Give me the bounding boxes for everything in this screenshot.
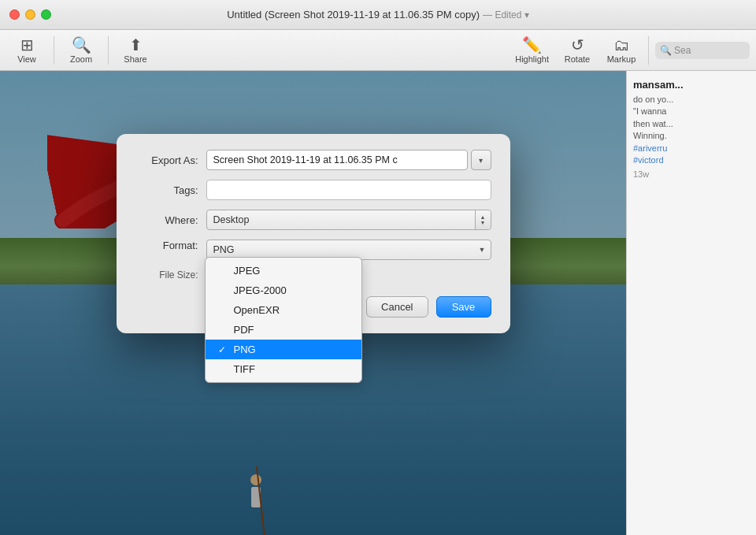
export-as-label: Export As: (135, 154, 198, 166)
tags-input[interactable] (206, 180, 491, 200)
toolbar-separator-2 (108, 36, 109, 65)
cancel-button[interactable]: Cancel (366, 296, 428, 318)
zoom-button[interactable]: 🔍 Zoom (61, 34, 102, 67)
traffic-lights (9, 9, 51, 20)
format-option-jpeg[interactable]: JPEG (206, 261, 361, 281)
share-label: Share (124, 54, 146, 64)
format-dropdown-container: PNG ▼ JPEG JPEG-2000 (206, 240, 491, 260)
format-option-pdf-label: PDF (234, 324, 254, 336)
window-title: Untitled (Screen Shot 2019-11-19 at 11.0… (227, 9, 480, 20)
where-value: Desktop (213, 214, 250, 225)
markup-icon: 🗂 (613, 37, 629, 53)
export-as-row: Export As: ▾ (135, 150, 491, 170)
where-select[interactable]: Desktop ▲ ▼ (206, 210, 491, 230)
view-button[interactable]: ⊞ View (6, 34, 47, 67)
markup-label: Markup (607, 54, 636, 64)
format-option-png-label: PNG (234, 344, 256, 355)
format-option-png[interactable]: ✓ PNG (206, 340, 361, 359)
dialog-overlay: Export As: ▾ Tags: Where: Desktop (0, 71, 626, 535)
format-current-value: PNG (213, 244, 235, 255)
tags-row: Tags: (135, 180, 491, 200)
sidebar-time: 13w (633, 169, 750, 179)
filesize-label: File Size: (135, 269, 198, 281)
toolbar-separator-1 (54, 36, 54, 65)
format-option-jpeg2000-label: JPEG-2000 (234, 284, 287, 296)
where-row: Where: Desktop ▲ ▼ (135, 210, 491, 230)
sidebar-hashtag1: #ariverru (633, 143, 667, 153)
toolbar: ⊞ View 🔍 Zoom ⬆ Share ✏️ Highlight ↺ Rot… (0, 30, 756, 71)
rotate-label: Rotate (565, 54, 590, 64)
save-button[interactable]: Save (436, 296, 491, 318)
sidebar-hashtag2: #victord (633, 155, 664, 165)
format-row: Format: PNG ▼ JPEG (135, 240, 491, 260)
png-checkmark: ✓ (218, 344, 229, 355)
search-placeholder: Sea (674, 45, 691, 56)
sidebar-username: mansam... (633, 79, 750, 91)
highlight-icon: ✏️ (522, 37, 542, 53)
image-panel: Export As: ▾ Tags: Where: Desktop (0, 71, 626, 535)
format-chevron-icon: ▼ (479, 246, 486, 254)
toolbar-separator-3 (648, 36, 649, 65)
rotate-button[interactable]: ↺ Rotate (557, 34, 598, 67)
markup-button[interactable]: 🗂 Markup (601, 34, 642, 67)
main-content: Export As: ▾ Tags: Where: Desktop (0, 71, 756, 535)
where-stepper[interactable]: ▲ ▼ (475, 210, 491, 229)
zoom-icon: 🔍 (72, 37, 91, 53)
share-icon: ⬆ (129, 37, 143, 53)
format-option-jpeg-label: JPEG (234, 265, 261, 277)
where-label: Where: (135, 214, 198, 226)
right-sidebar: mansam... do on yo..."I wannathen wat...… (626, 71, 756, 535)
format-option-jpeg2000[interactable]: JPEG-2000 (206, 281, 361, 300)
view-label: View (17, 54, 36, 64)
highlight-label: Highlight (515, 54, 549, 64)
format-label: Format: (135, 240, 198, 251)
zoom-label: Zoom (70, 54, 92, 64)
edited-badge: — Edited ▾ (483, 9, 529, 20)
stepper-down-icon: ▼ (480, 220, 486, 225)
export-as-field-group: ▾ (206, 150, 491, 170)
search-icon: 🔍 (660, 45, 672, 56)
view-icon: ⊞ (20, 37, 34, 53)
highlight-button[interactable]: ✏️ Highlight (510, 34, 554, 67)
format-option-tiff[interactable]: TIFF (206, 359, 361, 379)
format-option-openexr-label: OpenEXR (234, 304, 280, 316)
sidebar-text: do on yo..."I wannathen wat...Winning.#a… (633, 94, 750, 166)
format-option-tiff-label: TIFF (234, 363, 255, 375)
titlebar: Untitled (Screen Shot 2019-11-19 at 11.0… (0, 0, 756, 30)
search-box[interactable]: 🔍 Sea (655, 42, 750, 59)
export-dialog: Export As: ▾ Tags: Where: Desktop (117, 134, 510, 333)
format-dropdown-list: JPEG JPEG-2000 OpenEXR (205, 257, 362, 383)
minimize-button[interactable] (25, 9, 35, 20)
stepper-up-icon: ▲ (480, 214, 486, 220)
maximize-button[interactable] (41, 9, 51, 20)
format-option-pdf[interactable]: PDF (206, 320, 361, 340)
share-button[interactable]: ⬆ Share (115, 34, 156, 67)
tags-label: Tags: (135, 184, 198, 196)
export-as-input[interactable] (206, 150, 468, 170)
rotate-icon: ↺ (571, 37, 584, 53)
close-button[interactable] (9, 9, 20, 20)
format-option-openexr[interactable]: OpenEXR (206, 300, 361, 320)
export-as-chevron[interactable]: ▾ (471, 150, 491, 170)
